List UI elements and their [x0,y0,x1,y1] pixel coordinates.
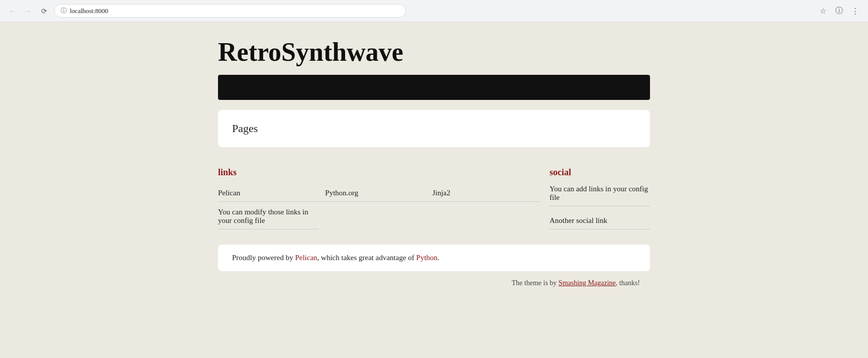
social-config-note: You can add links in your config file [550,185,650,206]
links-heading: links [218,167,539,178]
nav-bar [218,75,650,100]
theme-credit: The theme is by Smashing Magazine, thank… [218,279,650,287]
forward-button[interactable]: → [22,5,34,17]
browser-toolbar-right: ☆ ⓘ ⋮ [816,4,862,18]
page-content: RetroSynthwave Pages links Pelican Pytho… [0,22,868,307]
pelican-footer-link[interactable]: Pelican [295,254,317,262]
another-social-link: Another social link [550,212,650,229]
bookmark-button[interactable]: ☆ [816,4,830,18]
list-item: Python.org [325,185,432,202]
smashing-magazine-link[interactable]: Smashing Magazine [559,279,616,287]
social-column: social You can add links in your config … [539,167,650,229]
pages-section: Pages [218,110,650,147]
site-title: RetroSynthwave [218,22,650,75]
thanks-text: , thanks! [616,279,640,287]
url-text: localhost:8000 [70,7,108,15]
account-button[interactable]: ⓘ [832,4,846,18]
footer-box: Proudly powered by Pelican, which takes … [218,245,650,271]
list-item: Pelican [218,185,325,202]
social-heading: social [550,167,650,178]
info-icon: ⓘ [61,7,67,15]
browser-chrome: ← → ⟳ ⓘ localhost:8000 ☆ ⓘ ⋮ [0,0,868,22]
footer-text-before: Proudly powered by [232,254,295,262]
list-item: Jinja2 [432,185,539,202]
pages-heading: Pages [232,122,636,135]
footer-text-end: . [438,254,440,262]
links-grid: Pelican Python.org Jinja2 [218,185,539,202]
main-container: RetroSynthwave Pages links Pelican Pytho… [208,22,660,287]
menu-button[interactable]: ⋮ [848,4,862,18]
pythonorg-link[interactable]: Python.org [325,189,358,197]
pelican-link[interactable]: Pelican [218,189,240,197]
links-config-note: You can modify those links in your confi… [218,208,318,229]
back-button[interactable]: ← [6,5,18,17]
address-bar[interactable]: ⓘ localhost:8000 [54,4,406,18]
python-footer-link[interactable]: Python [416,254,438,262]
theme-credit-text: The theme is by [512,279,559,287]
links-social-section: links Pelican Python.org Jinja2 You can … [218,157,650,240]
links-column: links Pelican Python.org Jinja2 You can … [218,167,539,229]
jinja2-link[interactable]: Jinja2 [432,189,451,197]
reload-button[interactable]: ⟳ [38,5,50,17]
footer-text-middle: , which takes great advantage of [317,254,416,262]
